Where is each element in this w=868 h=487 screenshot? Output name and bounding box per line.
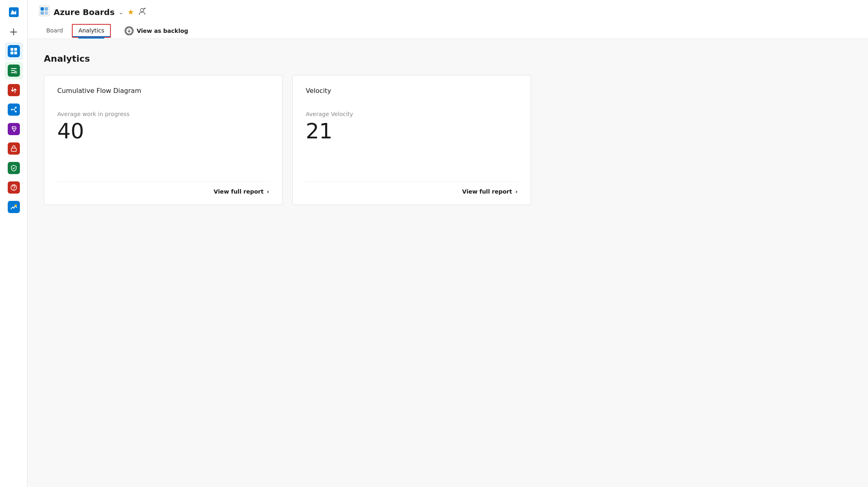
header-chevron-icon[interactable]: ⌄ — [119, 9, 123, 15]
svg-rect-9 — [11, 148, 16, 151]
tab-analytics-wrapper: Analytics — [72, 24, 111, 38]
velocity-metric-label: Average Velocity — [306, 111, 518, 117]
view-as-backlog-button[interactable]: View as backlog — [117, 23, 196, 39]
person-icon[interactable] — [138, 7, 146, 17]
favorite-star-icon[interactable]: ★ — [127, 8, 134, 16]
cumulative-flow-card-footer: View full report › — [57, 181, 269, 195]
header: Azure Boards ⌄ ★ Board Analytics — [28, 0, 868, 39]
page-title: Analytics — [44, 54, 852, 64]
velocity-metric-value: 21 — [306, 121, 518, 142]
svg-rect-15 — [45, 7, 48, 11]
velocity-card: Velocity Average Velocity 21 View full r… — [292, 75, 531, 205]
cumulative-flow-card-title: Cumulative Flow Diagram — [57, 87, 269, 95]
svg-rect-14 — [41, 7, 44, 11]
svg-point-18 — [140, 9, 144, 12]
feedback-icon[interactable] — [5, 179, 23, 196]
cumulative-flow-view-report-link[interactable]: View full report › — [214, 188, 269, 195]
kanban-icon[interactable] — [5, 62, 23, 80]
view-report-chevron-icon: › — [267, 188, 269, 195]
svg-rect-4 — [14, 52, 17, 54]
tab-analytics[interactable]: Analytics — [73, 25, 110, 37]
svg-point-12 — [15, 205, 17, 207]
testplans-icon[interactable] — [5, 120, 23, 138]
svg-rect-3 — [11, 52, 13, 54]
azure-devops-icon[interactable] — [5, 3, 23, 21]
svg-point-11 — [13, 189, 14, 190]
view-backlog-icon — [125, 26, 134, 35]
main-content: Azure Boards ⌄ ★ Board Analytics — [28, 0, 868, 487]
repos-icon[interactable] — [5, 81, 23, 99]
svg-rect-1 — [11, 48, 13, 51]
security-icon[interactable] — [5, 159, 23, 177]
velocity-card-title: Velocity — [306, 87, 518, 95]
header-top: Azure Boards ⌄ ★ — [39, 6, 857, 18]
svg-rect-16 — [41, 11, 44, 15]
header-title: Azure Boards — [54, 7, 114, 17]
pipelines-icon[interactable] — [5, 101, 23, 119]
velocity-card-footer: View full report › — [306, 181, 518, 195]
artifacts-icon[interactable] — [5, 140, 23, 157]
cumulative-flow-metric-label: Average work in progress — [57, 111, 269, 117]
svg-rect-13 — [39, 6, 50, 16]
analytics-cards-grid: Cumulative Flow Diagram Average work in … — [44, 75, 531, 205]
velocity-view-report-link[interactable]: View full report › — [462, 188, 518, 195]
tab-active-underline — [78, 37, 104, 39]
boards-icon[interactable] — [5, 42, 23, 60]
cumulative-flow-metric-value: 40 — [57, 121, 269, 142]
svg-rect-2 — [14, 48, 17, 51]
dashboard-analytics-icon[interactable] — [5, 198, 23, 216]
azure-boards-logo-icon — [39, 6, 50, 18]
tab-board[interactable]: Board — [39, 24, 70, 38]
svg-rect-17 — [45, 11, 48, 15]
content-area: Analytics Cumulative Flow Diagram Averag… — [28, 39, 868, 487]
add-icon[interactable]: + — [5, 23, 23, 41]
sidebar: + — [0, 0, 28, 487]
tabs-bar: Board Analytics View as backlog — [39, 23, 857, 39]
cumulative-flow-card: Cumulative Flow Diagram Average work in … — [44, 75, 283, 205]
velocity-report-chevron-icon: › — [515, 188, 518, 195]
